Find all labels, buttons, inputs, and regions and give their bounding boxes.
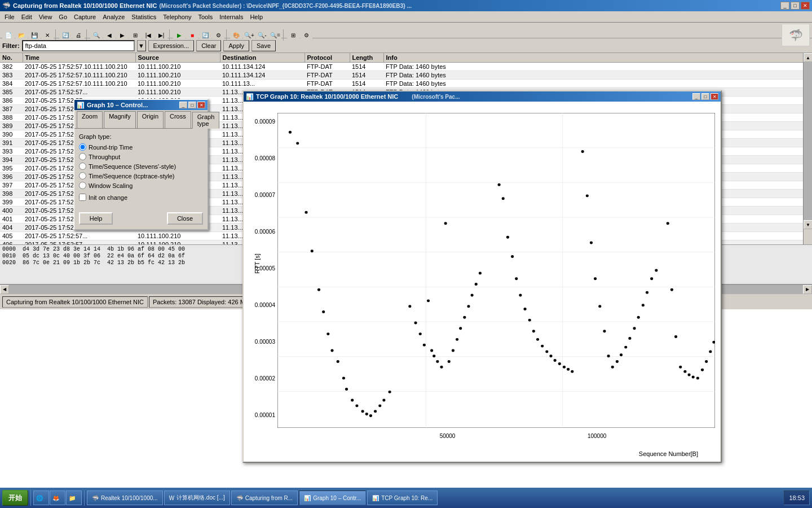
- tab-magnify[interactable]: Magnify: [104, 111, 136, 128]
- scroll-thumb[interactable]: [804, 62, 812, 220]
- menu-statistics[interactable]: Statistics: [128, 12, 160, 21]
- table-cell: FTP Data: 1460 bytes: [383, 63, 812, 71]
- menu-telephony[interactable]: Telephony: [160, 12, 195, 21]
- svg-point-40: [444, 222, 447, 225]
- svg-point-91: [688, 374, 691, 376]
- filter-input[interactable]: [22, 40, 135, 51]
- col-dest: Destination: [220, 53, 304, 63]
- taskbar-graph10[interactable]: 📊 Graph 10 – Contr...: [299, 491, 366, 505]
- table-cell: 382: [0, 63, 23, 71]
- table-cell: 10.111.100.210: [135, 88, 220, 97]
- svg-point-30: [389, 391, 391, 393]
- table-cell: 10.111.100.210: [135, 71, 220, 80]
- tb-new[interactable]: 📄: [2, 29, 15, 41]
- dialog-close-btn[interactable]: ✕: [197, 102, 205, 108]
- start-button[interactable]: 开始: [2, 490, 28, 506]
- tab-graph-type[interactable]: Graph type: [192, 112, 220, 129]
- menu-file[interactable]: File: [1, 12, 18, 21]
- dialog-title-bar[interactable]: 📊 Graph 10 – Control... _ □ ✕: [74, 100, 208, 110]
- menu-analyze[interactable]: Analyze: [99, 12, 128, 21]
- svg-point-48: [475, 283, 478, 286]
- apply-button[interactable]: Apply: [223, 40, 249, 51]
- svg-point-27: [374, 410, 377, 413]
- tab-origin[interactable]: Origin: [137, 111, 164, 128]
- col-no: No.: [0, 53, 23, 63]
- radio-window-scaling[interactable]: Window Scaling: [79, 182, 203, 189]
- packet-list-scrollbar[interactable]: ▲ ▼: [803, 53, 812, 244]
- taskbar-word[interactable]: W 计算机网络.doc [...]: [164, 491, 230, 505]
- radio-round-trip-input[interactable]: [79, 143, 86, 151]
- radio-window-scaling-input[interactable]: [79, 182, 86, 189]
- capture-text: Capturing from: [6, 299, 47, 305]
- tcp-title-bar[interactable]: 📊 TCP Graph 10: Realtek 10/100/1000 Ethe…: [244, 91, 721, 102]
- scroll-left-btn[interactable]: ◀: [0, 285, 9, 294]
- minimize-button[interactable]: _: [780, 2, 789, 10]
- taskbar-capturing[interactable]: 🦈 Capturing from R...: [231, 491, 298, 505]
- maximize-button[interactable]: □: [791, 2, 800, 10]
- radio-time-seq-stevens[interactable]: Time/Sequence (Stevens'-style): [79, 163, 203, 170]
- svg-point-29: [382, 399, 385, 402]
- dialog-maximize-btn[interactable]: □: [188, 102, 196, 108]
- menu-help[interactable]: Help: [246, 12, 266, 21]
- scroll-right-btn[interactable]: ▶: [803, 285, 812, 294]
- table-cell: 387: [0, 105, 23, 113]
- close-button[interactable]: ✕: [801, 2, 810, 10]
- tab-zoom[interactable]: Zoom: [77, 111, 103, 128]
- filter-bar: Filter: ▼ Expression... Clear Apply Save: [0, 38, 812, 53]
- menu-tools[interactable]: Tools: [195, 12, 217, 21]
- dialog-content: Graph type: Round-trip Time Throughput T…: [74, 129, 208, 210]
- svg-point-39: [440, 366, 443, 369]
- tcp-maximize-btn[interactable]: □: [701, 93, 709, 100]
- init-on-change-checkbox-item[interactable]: Init on change: [79, 194, 203, 201]
- taskbar-tcpgraph[interactable]: 📊 TCP Graph 10: Re...: [367, 491, 438, 505]
- dialog-minimize-btn[interactable]: _: [179, 102, 187, 108]
- tcp-minimize-btn[interactable]: _: [692, 93, 700, 100]
- svg-point-87: [670, 288, 673, 291]
- table-row[interactable]: 3832017-05-25 17:52:57.10.111.100.21010.…: [0, 71, 812, 80]
- table-row[interactable]: 3822017-05-25 17:52:57.10.111.100.21010.…: [0, 63, 812, 71]
- svg-point-85: [655, 269, 657, 272]
- table-cell: 2017-05-25 17:52:57...: [23, 240, 135, 246]
- init-on-change-checkbox[interactable]: [79, 194, 86, 201]
- tab-cross[interactable]: Cross: [165, 111, 191, 128]
- menu-go[interactable]: Go: [55, 12, 70, 21]
- radio-throughput-input[interactable]: [79, 153, 86, 160]
- tb-options2[interactable]: ⚙: [300, 29, 312, 41]
- radio-time-seq-stevens-input[interactable]: [79, 163, 86, 170]
- svg-point-70: [590, 242, 593, 244]
- tb-resize[interactable]: ⊞: [287, 29, 299, 41]
- clear-button[interactable]: Clear: [196, 40, 221, 51]
- table-row[interactable]: 3842017-05-25 17:52:57.10.111.100.21010.…: [0, 80, 812, 88]
- taskbar-icon3[interactable]: 📁: [66, 491, 82, 505]
- svg-point-73: [603, 330, 606, 332]
- table-cell: 400: [0, 207, 23, 215]
- taskbar-icon1[interactable]: 🌐: [33, 491, 49, 505]
- scroll-up-btn[interactable]: ▲: [804, 53, 812, 62]
- radio-throughput[interactable]: Throughput: [79, 153, 203, 160]
- svg-point-86: [667, 222, 669, 225]
- tcp-graph-window: 📊 TCP Graph 10: Realtek 10/100/1000 Ethe…: [242, 90, 722, 463]
- expression-button[interactable]: Expression...: [148, 40, 195, 51]
- table-cell: 385: [0, 88, 23, 97]
- radio-round-trip[interactable]: Round-trip Time: [79, 143, 203, 151]
- menu-internals[interactable]: Internals: [216, 12, 246, 21]
- menu-edit[interactable]: Edit: [18, 12, 36, 21]
- y-tick-0.00009: 0.00009: [249, 119, 275, 125]
- radio-time-seq-tcp[interactable]: Time/Sequence (tcptrace-style): [79, 172, 203, 179]
- menu-capture[interactable]: Capture: [70, 12, 99, 21]
- taskbar-tcpgraph-icon: 📊: [372, 495, 379, 501]
- svg-point-58: [532, 330, 535, 332]
- menu-view[interactable]: View: [36, 12, 56, 21]
- scroll-down-btn[interactable]: ▼: [804, 220, 812, 229]
- radio-time-seq-tcp-input[interactable]: [79, 172, 86, 179]
- tcp-close-btn[interactable]: ✕: [710, 93, 718, 100]
- filter-dropdown[interactable]: ▼: [137, 40, 146, 51]
- save-button[interactable]: Save: [251, 40, 276, 51]
- table-cell: 10.111.100.210: [135, 232, 220, 240]
- help-button[interactable]: Help: [79, 212, 113, 225]
- main-title-bar: 🦈 Capturing from Realtek 10/100/1000 Eth…: [0, 0, 812, 11]
- taskbar-realtek[interactable]: 🦈 Realtek 10/100/1000...: [87, 491, 163, 505]
- taskbar-icon2[interactable]: 🦊: [50, 491, 65, 505]
- svg-point-51: [502, 197, 505, 200]
- close-dialog-button[interactable]: Close: [167, 212, 203, 225]
